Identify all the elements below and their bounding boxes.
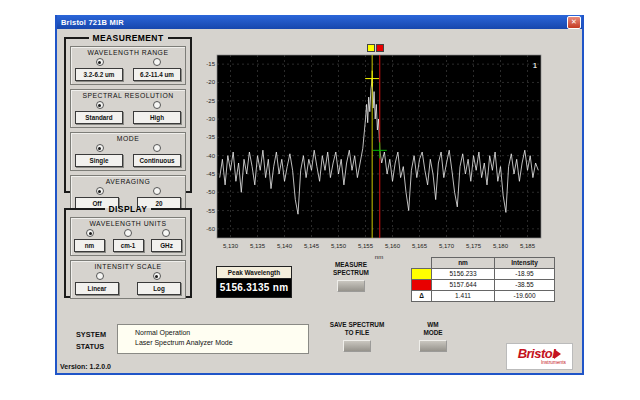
delta-nm: 1.411 xyxy=(432,290,495,301)
title-bar[interactable]: Bristol 721B MIR ✕ xyxy=(57,15,582,29)
markers-table-header-row: nm Intensity xyxy=(412,258,555,269)
wavelength-units-option-1-radio[interactable] xyxy=(124,229,132,237)
svg-text:5,185: 5,185 xyxy=(520,243,536,249)
close-button[interactable]: ✕ xyxy=(567,16,581,29)
svg-text:5,170: 5,170 xyxy=(439,243,455,249)
red-marker-intensity: -38.55 xyxy=(495,279,555,290)
wm-mode-label-line1: WM xyxy=(427,321,438,328)
spectrum-graph[interactable]: 5,1305,1355,1405,1455,1505,1555,1605,165… xyxy=(199,47,595,262)
wavelength-units-option-2-radio[interactable] xyxy=(162,229,170,237)
mode-panel: MODE Single Continuous xyxy=(70,132,186,171)
wavelength-range-option-1-button[interactable]: 6.2-11.4 um xyxy=(133,68,181,81)
red-marker-nm: 5157.644 xyxy=(432,279,495,290)
measurement-group: MEASUREMENT WAVELENGTH RANGE 3.2-6.2 um … xyxy=(64,33,192,193)
save-spectrum-label-line1: SAVE SPECTRUM xyxy=(330,321,385,328)
svg-text:-35: -35 xyxy=(206,134,215,140)
svg-text:5,130: 5,130 xyxy=(223,243,239,249)
wm-mode-control: WM MODE xyxy=(407,321,459,352)
yellow-marker-swatch xyxy=(412,268,432,279)
yellow-marker-intensity: -18.95 xyxy=(495,268,555,279)
averaging-option-1-radio[interactable] xyxy=(153,187,161,195)
mode-option-1-button[interactable]: Continuous xyxy=(133,154,181,167)
spectral-resolution-option-1-radio[interactable] xyxy=(153,101,161,109)
wavelength-units-option-1-button[interactable]: cm-1 xyxy=(113,239,144,252)
peak-wavelength-readout: Peak Wavelength 5156.3135 nm xyxy=(216,266,292,298)
screen: Bristol 721B MIR ✕ MEASUREMENT WAVELENGT… xyxy=(0,0,640,400)
spectral-resolution-option-0-button[interactable]: Standard xyxy=(75,111,123,124)
wavelength-range-panel: WAVELENGTH RANGE 3.2-6.2 um 6.2-11.4 um xyxy=(70,46,186,85)
svg-text:-15: -15 xyxy=(206,61,215,67)
wavelength-range-option-0-button[interactable]: 3.2-6.2 um xyxy=(75,68,123,81)
mode-option-0-radio[interactable] xyxy=(96,144,104,152)
save-spectrum-button[interactable] xyxy=(343,340,371,352)
display-group-title: DISPLAY xyxy=(105,204,152,214)
svg-text:1: 1 xyxy=(533,62,537,69)
svg-text:nm: nm xyxy=(375,254,383,260)
red-marker-swatch xyxy=(412,279,432,290)
table-row: 5157.644 -38.55 xyxy=(412,279,555,290)
svg-text:5,155: 5,155 xyxy=(358,243,374,249)
bristol-logo: Bristol Instruments xyxy=(506,343,573,370)
wavelength-units-option-0-button[interactable]: nm xyxy=(74,239,105,252)
averaging-option-0-radio[interactable] xyxy=(96,187,104,195)
close-icon: ✕ xyxy=(571,18,577,25)
averaging-label: AVERAGING xyxy=(71,177,185,187)
svg-text:-55: -55 xyxy=(206,208,215,214)
spectral-resolution-panel: SPECTRAL RESOLUTION Standard High xyxy=(70,89,186,128)
delta-symbol: Δ xyxy=(412,290,432,301)
intensity-scale-option-0-button[interactable]: Linear xyxy=(75,282,119,295)
yellow-cursor-handle[interactable] xyxy=(367,44,375,52)
intensity-scale-option-1-button[interactable]: Log xyxy=(137,282,181,295)
measurement-group-title: MEASUREMENT xyxy=(89,33,168,43)
spectral-resolution-label: SPECTRAL RESOLUTION xyxy=(71,91,185,101)
spectral-resolution-option-1-button[interactable]: High xyxy=(133,111,181,124)
intensity-scale-option-1-radio[interactable] xyxy=(153,272,161,280)
system-status-line2: Laser Spectrum Analyzer Mode xyxy=(118,339,308,346)
wm-mode-button[interactable] xyxy=(419,340,447,352)
svg-text:-20: -20 xyxy=(206,79,215,85)
markers-table-corner xyxy=(412,258,432,269)
measure-spectrum-label-line2: SPECTRUM xyxy=(333,269,369,276)
peak-wavelength-value: 5156.3135 nm xyxy=(217,279,291,297)
markers-table-header-nm: nm xyxy=(432,258,495,269)
markers-table: nm Intensity 5156.233 -18.95 5157.644 -3… xyxy=(411,257,555,302)
svg-text:5,175: 5,175 xyxy=(466,243,482,249)
yellow-marker-nm: 5156.233 xyxy=(432,268,495,279)
window-title: Bristol 721B MIR xyxy=(57,18,124,27)
svg-text:-25: -25 xyxy=(206,98,215,104)
svg-text:-40: -40 xyxy=(206,153,215,159)
mode-option-1-radio[interactable] xyxy=(153,144,161,152)
measure-spectrum-button[interactable] xyxy=(337,280,365,292)
intensity-scale-label: INTENSITY SCALE xyxy=(71,262,185,272)
intensity-scale-panel: INTENSITY SCALE Linear Log xyxy=(70,260,186,299)
bristol-logo-text: Bristol xyxy=(518,346,556,361)
table-row: Δ 1.411 -19.600 xyxy=(412,290,555,301)
svg-text:5,150: 5,150 xyxy=(331,243,347,249)
measure-spectrum-label-line1: MEASURE xyxy=(335,261,367,268)
spectrum-plot[interactable]: 5,1305,1355,1405,1455,1505,1555,1605,165… xyxy=(199,47,595,262)
svg-text:5,165: 5,165 xyxy=(412,243,428,249)
measure-spectrum-control: MEASURE SPECTRUM xyxy=(315,261,387,292)
wavelength-range-option-0-radio[interactable] xyxy=(96,58,104,66)
app-window: Bristol 721B MIR ✕ MEASUREMENT WAVELENGT… xyxy=(55,15,584,375)
mode-option-0-button[interactable]: Single xyxy=(75,154,123,167)
red-cursor-handle[interactable] xyxy=(376,44,384,52)
wavelength-units-option-2-button[interactable]: GHz xyxy=(151,239,182,252)
system-status-label: SYSTEM STATUS xyxy=(76,329,106,353)
spectral-resolution-option-0-radio[interactable] xyxy=(96,101,104,109)
system-status-line1: Normal Operation xyxy=(118,329,308,336)
window-content: MEASUREMENT WAVELENGTH RANGE 3.2-6.2 um … xyxy=(57,29,582,373)
svg-text:5,140: 5,140 xyxy=(277,243,293,249)
intensity-scale-option-0-radio[interactable] xyxy=(96,272,104,280)
wm-mode-label-line2: MODE xyxy=(423,329,442,336)
wavelength-range-label: WAVELENGTH RANGE xyxy=(71,48,185,58)
system-status-box: Normal Operation Laser Spectrum Analyzer… xyxy=(117,324,309,354)
svg-text:5,180: 5,180 xyxy=(493,243,509,249)
wavelength-units-panel: WAVELENGTH UNITS nm cm-1 GHz xyxy=(70,217,186,256)
svg-text:5,160: 5,160 xyxy=(385,243,401,249)
svg-text:-50: -50 xyxy=(206,189,215,195)
wavelength-units-option-0-radio[interactable] xyxy=(86,229,94,237)
delta-intensity: -19.600 xyxy=(495,290,555,301)
save-spectrum-label-line2: TO FILE xyxy=(345,329,369,336)
wavelength-range-option-1-radio[interactable] xyxy=(153,58,161,66)
